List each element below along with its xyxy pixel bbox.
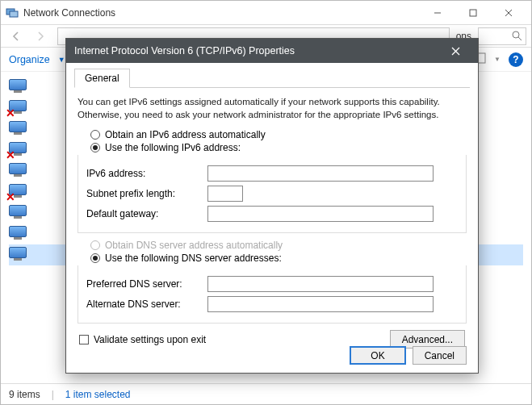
status-selection: 1 item selected: [65, 389, 131, 400]
svg-rect-3: [470, 10, 476, 16]
radio-ipv6-auto[interactable]: Obtain an IPv6 address automatically: [90, 129, 470, 140]
radio-icon: [90, 253, 100, 263]
radio-icon: [90, 143, 100, 152]
radio-dns-auto: Obtain DNS server address automatically: [90, 240, 470, 251]
close-button[interactable]: [441, 39, 470, 63]
chevron-down-icon: ▼: [494, 56, 501, 63]
validate-checkbox[interactable]: [79, 335, 89, 344]
radio-label: Use the following DNS server addresses:: [105, 253, 282, 264]
close-icon: [451, 47, 460, 56]
adapter-icon: ✕: [9, 142, 28, 158]
bg-window-title: Network Connections: [23, 7, 420, 19]
svg-point-6: [513, 31, 519, 38]
ipv6-address-input[interactable]: [207, 165, 434, 182]
chevron-down-icon: ▼: [58, 56, 65, 64]
ok-button[interactable]: OK: [350, 346, 405, 365]
search-box[interactable]: [478, 27, 526, 45]
adapter-icon: [9, 205, 28, 221]
dns-group: Preferred DNS server: Alternate DNS serv…: [77, 265, 467, 324]
default-gateway-input[interactable]: [207, 206, 434, 222]
radio-ipv6-manual[interactable]: Use the following IPv6 address:: [90, 142, 470, 153]
radio-label: Obtain an IPv6 address automatically: [105, 129, 266, 140]
svg-rect-1: [10, 11, 18, 17]
svg-line-7: [518, 37, 522, 40]
adapter-icon: [9, 226, 28, 242]
adapter-icon: [9, 163, 28, 179]
maximize-button[interactable]: [455, 2, 491, 24]
adapter-icon: [9, 121, 28, 137]
adapter-icon: ✕: [9, 100, 28, 116]
organize-button[interactable]: Organize: [9, 54, 50, 65]
validate-label: Validate settings upon exit: [94, 334, 206, 345]
status-bar: 9 items | 1 item selected: [1, 383, 531, 404]
adapter-icon: [9, 247, 28, 263]
adapter-icon: ✕: [9, 184, 28, 200]
default-gateway-label: Default gateway:: [86, 208, 207, 219]
ipv6-address-group: IPv6 address: Subnet prefix length: Defa…: [77, 155, 467, 233]
description-text: You can get IPv6 settings assigned autom…: [77, 96, 467, 121]
radio-label: Use the following IPv6 address:: [105, 142, 241, 153]
network-icon: [6, 6, 19, 19]
preferred-dns-input[interactable]: [207, 276, 434, 292]
minimize-button[interactable]: [420, 2, 455, 24]
back-button[interactable]: [6, 27, 27, 46]
radio-label: Obtain DNS server address automatically: [105, 240, 283, 251]
tab-strip: General: [74, 68, 470, 88]
ipv6-properties-dialog: Internet Protocol Version 6 (TCP/IPv6) P…: [65, 38, 479, 374]
dialog-titlebar: Internet Protocol Version 6 (TCP/IPv6) P…: [66, 39, 478, 63]
bg-titlebar: Network Connections: [1, 1, 531, 25]
alternate-dns-label: Alternate DNS server:: [86, 299, 207, 310]
subnet-prefix-input[interactable]: [207, 186, 243, 202]
radio-icon: [90, 130, 100, 140]
disabled-x-icon: ✕: [6, 190, 15, 203]
subnet-prefix-label: Subnet prefix length:: [86, 188, 207, 199]
preferred-dns-label: Preferred DNS server:: [86, 278, 207, 290]
help-icon[interactable]: ?: [509, 52, 523, 67]
bg-close-button[interactable]: [491, 2, 526, 24]
ipv6-address-label: IPv6 address:: [86, 168, 207, 179]
cancel-button[interactable]: Cancel: [413, 346, 467, 365]
search-icon: [512, 31, 522, 41]
radio-icon: [90, 240, 100, 250]
radio-dns-manual[interactable]: Use the following DNS server addresses:: [90, 253, 470, 264]
forward-button[interactable]: [30, 27, 51, 46]
status-count: 9 items: [9, 389, 40, 400]
dialog-title: Internet Protocol Version 6 (TCP/IPv6) P…: [74, 45, 441, 56]
alternate-dns-input[interactable]: [207, 296, 434, 312]
tab-general[interactable]: General: [74, 69, 130, 88]
disabled-x-icon: ✕: [6, 148, 15, 161]
disabled-x-icon: ✕: [6, 106, 15, 119]
adapter-icon: [9, 79, 28, 95]
